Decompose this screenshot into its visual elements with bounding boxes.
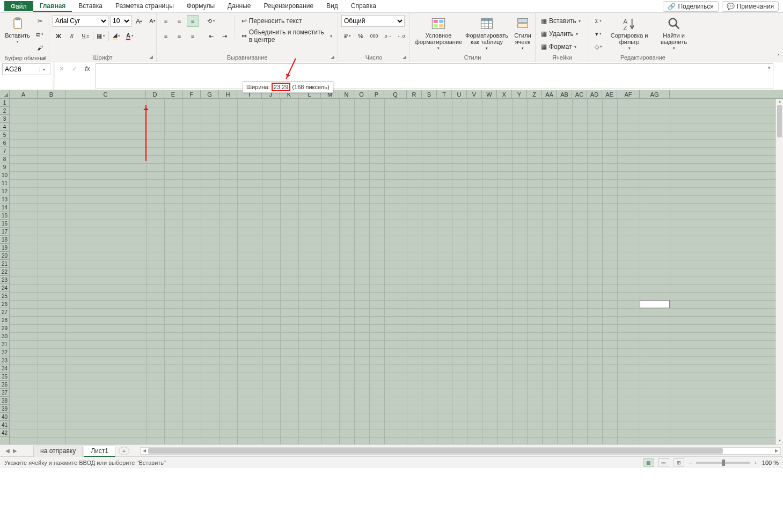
zoom-slider[interactable]: [696, 462, 750, 464]
scroll-left-icon[interactable]: ◀: [141, 448, 148, 453]
row-header[interactable]: 1: [0, 99, 9, 107]
row-header[interactable]: 32: [0, 348, 9, 356]
column-header[interactable]: O: [354, 90, 369, 98]
row-header[interactable]: 22: [0, 268, 9, 276]
tab-рецензирование[interactable]: Рецензирование: [257, 1, 320, 12]
vertical-scrollbar[interactable]: ▴ ▾: [775, 99, 783, 444]
formula-input[interactable]: Ширина: 23,29 (168 пиксель) ▾: [96, 63, 773, 89]
column-header[interactable]: H: [219, 90, 237, 98]
row-header[interactable]: 4: [0, 123, 9, 131]
row-header[interactable]: 10: [0, 171, 9, 179]
row-header[interactable]: 18: [0, 236, 9, 244]
row-header[interactable]: 33: [0, 356, 9, 365]
column-header[interactable]: AD: [587, 90, 602, 98]
column-header[interactable]: W: [482, 90, 497, 98]
comma-button[interactable]: 000: [368, 30, 380, 42]
row-header[interactable]: 13: [0, 195, 9, 203]
active-cell[interactable]: [640, 300, 670, 308]
column-header[interactable]: E: [164, 90, 182, 98]
decrease-indent-button[interactable]: ⇤: [205, 30, 217, 42]
borders-button[interactable]: ▦: [95, 30, 107, 42]
bold-button[interactable]: Ж: [53, 30, 64, 42]
scroll-right-icon[interactable]: ▶: [773, 448, 780, 453]
row-header[interactable]: 42: [0, 429, 9, 437]
column-header[interactable]: S: [422, 90, 437, 98]
alignment-launcher-icon[interactable]: ◢: [331, 54, 334, 60]
tab-file[interactable]: Файл: [4, 1, 33, 11]
font-color-button[interactable]: A: [124, 30, 136, 42]
align-middle-button[interactable]: ≡: [173, 15, 185, 27]
row-header[interactable]: 2: [0, 107, 9, 115]
tab-главная[interactable]: Главная: [33, 1, 72, 12]
increase-font-button[interactable]: A▴: [133, 15, 145, 27]
sheet-nav-next-icon[interactable]: ▶: [13, 448, 17, 454]
horizontal-scrollbar[interactable]: ◀ ▶: [140, 447, 781, 455]
zoom-out-button[interactable]: −: [689, 460, 692, 466]
column-header[interactable]: C: [65, 90, 146, 98]
column-header[interactable]: AE: [602, 90, 617, 98]
zoom-level[interactable]: 100 %: [762, 460, 779, 466]
row-header[interactable]: 23: [0, 276, 9, 284]
row-header[interactable]: 37: [0, 389, 9, 397]
row-header[interactable]: 15: [0, 212, 9, 220]
name-box-input[interactable]: [3, 65, 39, 73]
row-header[interactable]: 28: [0, 316, 9, 324]
cut-button[interactable]: ✂: [34, 15, 46, 27]
increase-decimal-button[interactable]: .0→: [382, 30, 393, 42]
row-header[interactable]: 21: [0, 260, 9, 268]
collapse-ribbon-button[interactable]: ˄: [777, 54, 780, 60]
select-all-button[interactable]: [0, 90, 10, 98]
percent-button[interactable]: %: [355, 30, 367, 42]
comments-button[interactable]: 💬 Примечания: [722, 1, 779, 12]
hscroll-thumb[interactable]: [148, 448, 723, 454]
share-button[interactable]: 🔗 Поделиться: [663, 1, 718, 12]
row-header[interactable]: 16: [0, 220, 9, 228]
accept-formula-button[interactable]: ✓: [69, 63, 81, 74]
zoom-thumb[interactable]: [722, 460, 725, 466]
name-box-dropdown-icon[interactable]: ▾: [39, 67, 48, 72]
sheet-tab[interactable]: Лист1: [84, 446, 115, 457]
page-layout-view-button[interactable]: ▭: [658, 458, 669, 467]
column-header[interactable]: R: [407, 90, 422, 98]
row-header[interactable]: 27: [0, 308, 9, 316]
row-header[interactable]: 39: [0, 405, 9, 413]
column-header[interactable]: N: [339, 90, 354, 98]
wrap-text-button[interactable]: ↩ Переносить текст: [239, 15, 334, 27]
clear-button[interactable]: ◇: [592, 41, 604, 53]
column-header[interactable]: T: [437, 90, 452, 98]
align-right-button[interactable]: ≡: [187, 30, 199, 42]
column-header[interactable]: D: [146, 90, 164, 98]
row-header[interactable]: 12: [0, 187, 9, 195]
row-header[interactable]: 17: [0, 228, 9, 236]
row-header[interactable]: 14: [0, 203, 9, 212]
accounting-format-button[interactable]: ₽: [341, 30, 353, 42]
sort-filter-button[interactable]: AZ Сортировка и фильтр▾: [606, 15, 652, 53]
merge-center-button[interactable]: ⇔ Объединить и поместить в центре ▾: [239, 30, 334, 42]
tab-вставка[interactable]: Вставка: [72, 1, 109, 12]
zoom-in-button[interactable]: +: [754, 460, 757, 466]
column-header[interactable]: Y: [512, 90, 527, 98]
row-header[interactable]: 3: [0, 115, 9, 123]
column-header[interactable]: P: [369, 90, 384, 98]
column-header[interactable]: AC: [572, 90, 587, 98]
normal-view-button[interactable]: ▦: [643, 458, 654, 467]
find-select-button[interactable]: Найти и выделить▾: [654, 15, 693, 53]
column-header[interactable]: AG: [640, 90, 670, 98]
tab-данные[interactable]: Данные: [221, 1, 257, 12]
sheet-tab[interactable]: на отправку: [33, 446, 83, 457]
row-header[interactable]: 19: [0, 244, 9, 252]
number-launcher-icon[interactable]: ◢: [403, 54, 406, 60]
column-header[interactable]: F: [182, 90, 201, 98]
align-top-button[interactable]: ≡: [160, 15, 172, 27]
decrease-decimal-button[interactable]: ←.0: [395, 30, 407, 42]
format-as-table-button[interactable]: Форматировать как таблицу▾: [466, 15, 508, 53]
row-header[interactable]: 20: [0, 252, 9, 260]
row-header[interactable]: 31: [0, 340, 9, 348]
align-bottom-button[interactable]: ≡: [187, 15, 199, 27]
page-break-view-button[interactable]: ⊞: [674, 458, 684, 467]
tab-формулы[interactable]: Формулы: [180, 1, 221, 12]
conditional-formatting-button[interactable]: Условное форматирование▾: [413, 15, 464, 53]
row-header[interactable]: 9: [0, 163, 9, 171]
row-header[interactable]: 36: [0, 381, 9, 389]
name-box[interactable]: ▾: [2, 63, 50, 75]
